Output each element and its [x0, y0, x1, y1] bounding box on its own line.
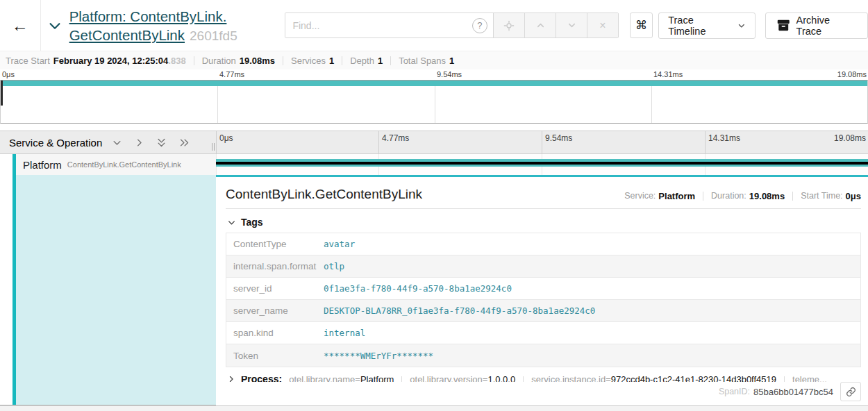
tick-label: 19.08ms [834, 133, 866, 143]
process-section-label: Process: [241, 376, 282, 382]
span-id-value: 85ba6bb01477bc54 [753, 387, 833, 397]
duration-value: 19.08ms [749, 191, 785, 201]
chevron-right-icon [227, 376, 235, 382]
tick-label: 9.54ms [542, 131, 572, 153]
clear-find-button[interactable]: × [587, 13, 618, 37]
process-key: otel.library.version [410, 376, 483, 382]
process-value: 1.0.0.0 [487, 376, 515, 382]
process-value: 972ccd4b-c1c2-41e1-8230-14d3b0ff4519 [611, 376, 776, 382]
duration-label: Duration [202, 56, 236, 66]
duration-value: 19.08ms [240, 56, 275, 66]
tick-label: 19.08ms [837, 70, 867, 78]
horizontal-scrollbar-track[interactable] [0, 405, 868, 411]
tag-row: internal.span.format otlp [226, 255, 860, 278]
tag-key: span.kind [226, 328, 324, 338]
indent-gutter [0, 154, 12, 175]
minimap-left-scrubber[interactable] [1, 81, 3, 106]
close-icon: × [599, 19, 606, 32]
timeline-minimap[interactable] [0, 80, 868, 124]
tags-section-label: Tags [241, 217, 263, 228]
copy-span-link-button[interactable] [840, 382, 861, 401]
minimap-gridline [435, 81, 435, 123]
divider [401, 376, 402, 382]
trace-summary-bar: Trace Start February 19 2024, 12:25:04 .… [0, 51, 868, 69]
prev-match-button[interactable] [524, 13, 556, 37]
keyboard-shortcuts-button[interactable]: ⌘ [630, 12, 653, 38]
divider [784, 376, 785, 382]
archive-trace-label: Archive Trace [796, 15, 856, 37]
span-name-cell[interactable]: Platform ContentByLink.GetContentByLink [0, 154, 216, 175]
span-detail-left-rail [0, 175, 216, 405]
command-icon: ⌘ [635, 18, 647, 33]
expand-one-icon[interactable] [134, 137, 144, 148]
span-operation-name: ContentByLink.GetContentByLink [67, 160, 181, 169]
duration-label: Duration: [711, 191, 746, 201]
tick-label: 0μs [2, 70, 15, 78]
divider [792, 192, 793, 201]
span-id-label: SpanID: [719, 387, 750, 396]
link-icon [846, 387, 856, 397]
find-input[interactable] [285, 13, 466, 37]
process-key: otel.library.name [289, 376, 355, 382]
collapse-all-icon[interactable] [156, 137, 167, 149]
trace-title-line2: GetContentByLink [69, 27, 185, 43]
minimap-span-bar [1, 81, 867, 86]
divider [283, 56, 283, 65]
trace-title-line1: Platform: ContentByLink. [69, 8, 227, 24]
process-eq: = [606, 376, 611, 382]
span-bar-cell[interactable] [216, 154, 868, 175]
tag-key: server_name [226, 305, 324, 316]
tag-value: otlp [324, 261, 344, 271]
service-color-bar [12, 154, 16, 175]
trace-start-ms: .838 [168, 56, 185, 66]
tag-value: *******WMErYFr******* [324, 351, 433, 361]
span-detail-highlight[interactable] [16, 175, 216, 405]
focus-match-button[interactable] [493, 13, 524, 37]
trace-title-link[interactable]: Platform: ContentByLink.GetContentByLink… [69, 8, 237, 43]
process-accordion-toggle[interactable]: Process: otel.library.name = Platform ot… [227, 376, 861, 382]
tag-key: ContentType [226, 239, 324, 249]
depth-label: Depth [350, 56, 374, 66]
tags-table: ContentType avatar internal.span.format … [226, 233, 861, 367]
tags-accordion-toggle[interactable]: Tags [227, 217, 861, 228]
archive-trace-button[interactable]: Archive Trace [765, 12, 868, 39]
column-resize-handle[interactable] [212, 143, 215, 151]
chevron-down-icon [567, 20, 577, 31]
trace-title-block: Platform: ContentByLink.GetContentByLink… [69, 6, 278, 45]
next-match-button[interactable] [556, 13, 587, 37]
service-operation-header: Service & Operation [0, 131, 216, 153]
trace-view-dropdown[interactable]: Trace Timeline [658, 12, 756, 39]
archive-icon [777, 19, 790, 31]
chevron-up-icon [535, 20, 546, 31]
expand-all-icon[interactable] [178, 137, 190, 148]
span-duration-bar[interactable] [216, 159, 868, 167]
depth-value: 1 [378, 56, 383, 66]
service-operation-label: Service & Operation [9, 137, 102, 149]
divider [523, 376, 524, 382]
services-value: 1 [329, 56, 334, 66]
service-value: Platform [658, 191, 695, 201]
tag-row: Token *******WMErYFr******* [226, 344, 860, 367]
minimap-tick-labels: 0μs 4.77ms 9.54ms 14.31ms 19.08ms [0, 69, 868, 80]
trace-id-short: 2601fd5 [190, 27, 237, 44]
find-help[interactable]: ? [466, 13, 493, 37]
process-key-truncated: teleme... [792, 376, 827, 382]
chevron-down-icon [737, 22, 746, 30]
tick-label: 14.31ms [653, 70, 683, 78]
tick-label: 4.77ms [219, 70, 244, 78]
tick-label: 14.31ms [705, 131, 740, 153]
tag-key: internal.span.format [226, 261, 324, 271]
trace-start-label: Trace Start [6, 56, 50, 66]
tag-value: avatar [324, 239, 355, 249]
collapse-trace-header-button[interactable] [41, 18, 69, 33]
crosshair-icon [503, 20, 515, 31]
back-button[interactable]: ← [0, 0, 41, 51]
services-label: Services [291, 56, 326, 66]
tag-value: DESKTOP-BLA78RR_0f1ae3fa-f780-44f9-a570-… [324, 305, 595, 316]
process-eq: = [355, 376, 360, 382]
start-time-value: 0μs [846, 191, 861, 201]
span-selected-stripe [216, 162, 868, 165]
span-detail-title: ContentByLink.GetContentByLink [226, 187, 422, 202]
trace-view-dropdown-label: Trace Timeline [668, 15, 732, 37]
collapse-one-icon[interactable] [112, 137, 122, 148]
